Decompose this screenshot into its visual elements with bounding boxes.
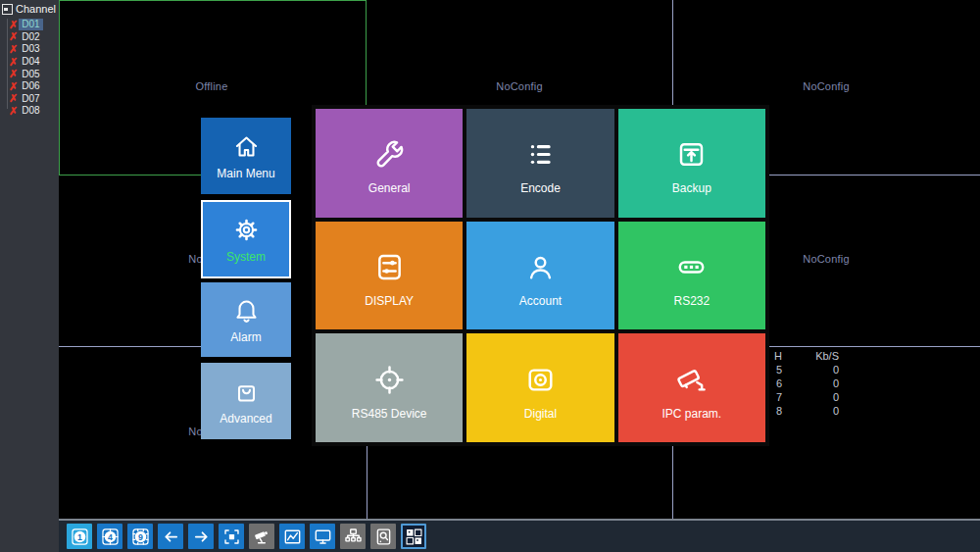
menu-item-advanced[interactable]: Advanced (201, 363, 291, 439)
settings-tile-label: Account (519, 294, 562, 308)
settings-tile-label: RS485 Device (352, 407, 427, 421)
menu-item-label: Alarm (230, 330, 261, 344)
tour-button[interactable] (219, 524, 244, 549)
channel-item-d04[interactable]: ✗D04 (0, 56, 59, 69)
channel-item-d03[interactable]: ✗D03 (0, 43, 59, 56)
channel-offline-x-icon: ✗ (9, 20, 18, 30)
list-icon (522, 136, 559, 173)
svg-text:1: 1 (77, 531, 82, 541)
settings-tile-label: IPC param. (662, 407, 721, 421)
channel-item-d06[interactable]: ✗D06 (0, 80, 59, 93)
channel-item-d08[interactable]: ✗D08 (0, 105, 59, 118)
bag-icon (231, 376, 262, 407)
nine-view-button[interactable]: 9 (127, 524, 153, 549)
network-button[interactable] (340, 524, 366, 549)
channel-offline-x-icon: ✗ (9, 106, 18, 117)
hdd-search-icon (373, 527, 394, 547)
crosshair-icon (371, 362, 408, 398)
hdd-search-button[interactable] (370, 524, 396, 549)
channel-item-d07[interactable]: ✗D07 (0, 93, 59, 106)
channel-label: D01 (19, 19, 42, 30)
channel-offline-x-icon: ✗ (9, 69, 18, 79)
settings-tile-account[interactable]: Account (466, 222, 613, 330)
svg-text:9: 9 (138, 531, 143, 541)
serial-port-icon (673, 249, 710, 285)
wrench-icon (371, 136, 408, 173)
bitrate-row: 70 (766, 390, 839, 404)
channel-item-d02[interactable]: ✗D02 (0, 31, 59, 44)
bitrate-row: 80 (766, 404, 839, 418)
settings-tile-ipc-param[interactable]: IPC param. (618, 333, 765, 442)
channel-tree-title: Channel (16, 3, 56, 15)
next-page-button[interactable] (188, 524, 214, 549)
menu-item-main-menu[interactable]: Main Menu (201, 118, 291, 194)
previous-page-button[interactable] (158, 524, 183, 549)
user-icon (522, 249, 559, 285)
settings-tile-label: DISPLAY (365, 294, 414, 308)
channel-item-d05[interactable]: ✗D05 (0, 68, 59, 80)
selected-cell-border-bottom (59, 175, 201, 176)
settings-menu: Main MenuSystemAlarmAdvanced (201, 118, 291, 439)
channel-status-label: NoConfig (758, 80, 895, 92)
bitrate-rate-header: Kb/S (782, 349, 839, 363)
channel-label: D07 (19, 93, 42, 105)
channel-label: D06 (19, 80, 42, 92)
home-icon (231, 131, 262, 162)
settings-tile-label: Encode (520, 181, 561, 195)
circled-9-icon: 9 (130, 527, 151, 547)
quad-view-button[interactable]: 4 (97, 524, 122, 549)
menu-item-label: Advanced (220, 412, 271, 426)
camera-icon (522, 362, 559, 398)
settings-tile-display[interactable]: DISPLAY (316, 222, 463, 330)
settings-tile-encode[interactable]: Encode (466, 109, 613, 218)
bitrate-row: 50 (766, 363, 839, 376)
channel-offline-x-icon: ✗ (9, 93, 18, 104)
channel-offline-x-icon: ✗ (9, 31, 18, 42)
circled-4-icon: 4 (100, 527, 121, 547)
gear-icon (231, 215, 262, 245)
menu-item-system[interactable]: System (201, 200, 291, 278)
settings-tile-backup[interactable]: Backup (618, 109, 765, 218)
curve-chart-icon (282, 527, 303, 547)
settings-tile-label: Backup (672, 181, 711, 195)
bitrate-value: 0 (782, 404, 839, 418)
grid-line-row1 (769, 175, 980, 176)
monitor-icon (313, 527, 333, 547)
settings-tile-rs232[interactable]: RS232 (618, 222, 765, 330)
channel-tree: ✗D01✗D02✗D03✗D04✗D05✗D06✗D07✗D08 (0, 19, 59, 118)
channel-tree-header[interactable]: Channel (0, 0, 59, 17)
circled-1-icon: 1 (70, 527, 90, 547)
settings-tile-digital[interactable]: Digital (466, 333, 613, 442)
channel-label: D02 (19, 31, 42, 43)
ptz-button[interactable] (249, 524, 274, 549)
bitrate-row: 60 (766, 376, 839, 390)
bell-icon (231, 295, 262, 326)
bottom-toolbar: 149 (59, 519, 980, 552)
bitrate-value: 0 (782, 390, 839, 404)
channel-status-label: NoConfig (758, 253, 895, 265)
channel-item-d01[interactable]: ✗D01 (0, 19, 59, 31)
channel-offline-x-icon: ✗ (9, 81, 18, 92)
grid-line-row2-right (769, 346, 980, 347)
channel-status-label: NoConfig (451, 80, 588, 92)
settings-tile-general[interactable]: General (316, 109, 463, 218)
sliders-icon (371, 249, 408, 285)
dvr-live-view-screen: OfflineNoConfigNoConfigNoConfigNoConfigN… (0, 0, 980, 552)
menu-item-alarm[interactable]: Alarm (201, 282, 291, 357)
bitrate-value: 0 (782, 363, 839, 376)
ptz-camera-icon (252, 527, 272, 547)
channel-label: D03 (19, 43, 42, 55)
image-color-button[interactable] (279, 524, 305, 549)
channel-offline-x-icon: ✗ (9, 57, 18, 68)
settings-tile-rs485-device[interactable]: RS485 Device (316, 333, 463, 442)
settings-tile-label: Digital (524, 407, 557, 421)
channel-label: D04 (19, 56, 42, 68)
output-display-button[interactable] (310, 524, 335, 549)
svg-text:4: 4 (108, 531, 113, 541)
channel-layout-button[interactable] (401, 524, 426, 549)
single-view-button[interactable]: 1 (67, 524, 92, 549)
grid-line-col1 (367, 446, 368, 519)
bitrate-value: 0 (782, 376, 839, 390)
channel-label: D08 (19, 105, 42, 117)
bitrate-table-header: H Kb/S (766, 349, 839, 363)
